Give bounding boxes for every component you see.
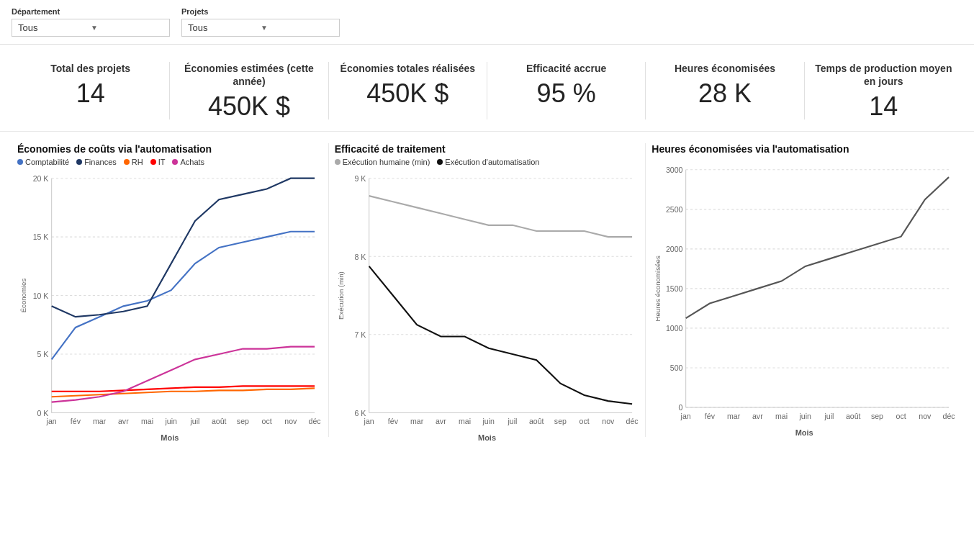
svg-text:8 K: 8 K — [354, 253, 366, 261]
savings-legend-item: Finances — [76, 158, 117, 166]
svg-text:Exécution (min): Exécution (min) — [336, 272, 344, 320]
kpi-value-4: 28 K — [654, 81, 795, 107]
svg-text:août: août — [529, 417, 544, 426]
efficacy-chart-legend: Exécution humaine (min)Exécution d'autom… — [335, 158, 640, 166]
svg-text:déc: déc — [943, 412, 956, 420]
svg-text:juil: juil — [507, 417, 517, 426]
svg-text:fév: fév — [387, 417, 398, 426]
kpi-item-3: Efficacité accrue 95 % — [487, 62, 646, 119]
charts-row: Économies de coûts via l'automatisation … — [0, 132, 974, 448]
efficacy-chart-title: Efficacité de traitement — [335, 143, 640, 155]
svg-text:oct: oct — [262, 417, 272, 426]
legend-label: RH — [132, 158, 143, 166]
legend-label: Achats — [180, 158, 204, 166]
svg-text:jan: jan — [46, 417, 57, 426]
kpi-item-2: Économies totales réalisées 450K $ — [329, 62, 487, 119]
kpi-item-4: Heures économisées 28 K — [646, 62, 804, 119]
legend-dot-icon — [17, 159, 23, 165]
filters-bar: Département Tous ▼ Projets Tous ▼ — [0, 0, 974, 45]
svg-text:juin: juin — [165, 417, 178, 426]
svg-text:mai: mai — [141, 417, 153, 426]
projets-value: Tous — [188, 22, 261, 33]
legend-dot-icon — [150, 159, 156, 165]
svg-text:oct: oct — [579, 417, 589, 426]
departement-chevron-icon: ▼ — [91, 24, 163, 32]
hours-x-label: Mois — [651, 428, 957, 437]
projets-filter-group: Projets Tous ▼ — [181, 7, 340, 37]
projets-select[interactable]: Tous ▼ — [181, 19, 340, 37]
departement-filter-group: Département Tous ▼ — [12, 7, 170, 37]
efficacy-x-label: Mois — [335, 433, 640, 442]
kpi-value-2: 450K $ — [338, 81, 478, 107]
departement-value: Tous — [18, 22, 91, 33]
kpi-value-1: 450K $ — [179, 94, 319, 119]
svg-text:mar: mar — [410, 417, 424, 426]
svg-text:5 K: 5 K — [37, 351, 49, 359]
savings-chart-title: Économies de coûts via l'automatisation — [17, 143, 323, 155]
departement-label: Département — [12, 7, 170, 16]
efficacy-chart-panel: Efficacité de traitement Exécution humai… — [329, 143, 646, 437]
svg-text:juil: juil — [824, 412, 834, 420]
svg-text:2500: 2500 — [666, 205, 683, 214]
hours-chart-area: 050010001500200025003000janfévmaravrmaij… — [651, 162, 957, 427]
savings-legend-item: Comptabilité — [17, 158, 69, 166]
svg-text:juin: juin — [482, 417, 495, 426]
savings-chart-legend: ComptabilitéFinancesRHITAchats — [17, 158, 323, 166]
projets-chevron-icon: ▼ — [261, 24, 333, 32]
svg-text:mai: mai — [459, 417, 471, 426]
svg-text:2000: 2000 — [666, 245, 683, 253]
kpi-label-5: Temps de production moyen en jours — [813, 62, 954, 88]
kpi-value-3: 95 % — [496, 81, 636, 107]
efficacy-chart-area: 6 K7 K8 K9 Kjanfévmaravrmaijuinjuilaoûts… — [335, 171, 640, 432]
svg-text:juin: juin — [799, 412, 812, 420]
savings-x-label: Mois — [17, 433, 323, 442]
svg-text:avr: avr — [752, 412, 763, 420]
efficacy-legend-item: Exécution humaine (min) — [335, 158, 430, 166]
svg-text:avr: avr — [118, 417, 129, 426]
legend-dot-icon — [437, 159, 443, 165]
svg-text:nov: nov — [602, 417, 615, 426]
savings-chart-area: 0 K5 K10 K15 K20 Kjanfévmaravrmaijuinjui… — [17, 171, 323, 432]
efficacy-legend-item: Exécution d'automatisation — [437, 158, 539, 166]
kpi-value-5: 14 — [813, 94, 954, 119]
svg-text:août: août — [212, 417, 227, 426]
projets-label: Projets — [181, 7, 340, 16]
savings-chart-panel: Économies de coûts via l'automatisation … — [12, 143, 329, 437]
kpi-row: Total des projets 14Économies estimées (… — [0, 45, 974, 132]
legend-label: Comptabilité — [25, 158, 69, 166]
svg-text:fév: fév — [705, 412, 716, 420]
svg-text:0 K: 0 K — [37, 409, 49, 417]
legend-label: IT — [158, 158, 166, 166]
kpi-item-5: Temps de production moyen en jours 14 — [805, 62, 962, 119]
svg-text:15 K: 15 K — [33, 233, 49, 242]
svg-text:3000: 3000 — [666, 166, 683, 174]
legend-label: Exécution humaine (min) — [343, 158, 430, 166]
svg-text:nov: nov — [919, 412, 932, 420]
legend-dot-icon — [76, 159, 82, 165]
departement-select[interactable]: Tous ▼ — [12, 19, 170, 37]
svg-text:1000: 1000 — [666, 324, 683, 333]
svg-text:oct: oct — [896, 412, 906, 420]
svg-text:6 K: 6 K — [354, 409, 366, 417]
svg-text:mai: mai — [775, 412, 788, 420]
svg-text:sep: sep — [554, 417, 567, 426]
svg-text:500: 500 — [670, 364, 683, 373]
svg-text:sep: sep — [237, 417, 249, 426]
kpi-label-0: Total des projets — [20, 62, 161, 75]
legend-dot-icon — [335, 159, 341, 165]
legend-label: Finances — [84, 158, 117, 166]
svg-text:jan: jan — [363, 417, 374, 426]
hours-chart-panel: Heures économisées via l'automatisation … — [646, 143, 962, 437]
svg-text:nov: nov — [284, 417, 297, 426]
kpi-label-3: Efficacité accrue — [496, 62, 636, 75]
svg-text:sep: sep — [871, 412, 883, 420]
svg-text:mar: mar — [93, 417, 107, 426]
savings-legend-item: RH — [124, 158, 143, 166]
savings-legend-item: Achats — [172, 158, 204, 166]
legend-label: Exécution d'automatisation — [445, 158, 539, 166]
svg-text:7 K: 7 K — [354, 330, 366, 339]
legend-dot-icon — [124, 159, 130, 165]
svg-text:10 K: 10 K — [33, 292, 49, 300]
svg-text:Heures économisées: Heures économisées — [654, 256, 662, 322]
svg-text:déc: déc — [626, 417, 639, 426]
